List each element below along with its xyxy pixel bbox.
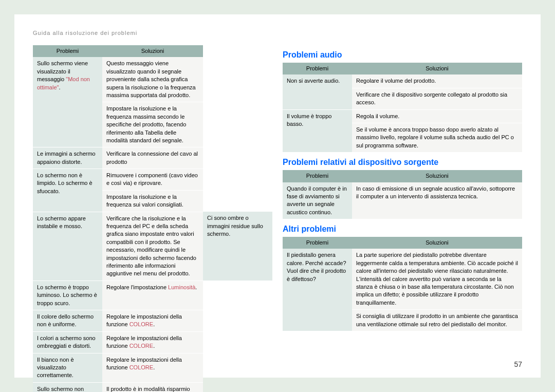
other-problems-table: Problemi Soluzioni Il piedistallo genera… <box>283 237 522 331</box>
solution-cell: Rimuovere i componenti (cavo video e cos… <box>102 169 203 191</box>
problem-cell: Lo schermo non è limpido. Lo schermo è s… <box>33 169 102 212</box>
solution-cell: Impostare la risoluzione e la frequenza … <box>102 102 203 147</box>
solution-cell: Il prodotto è in modalità risparmio ener… <box>102 382 203 392</box>
section-title-audio: Problemi audio <box>283 50 522 60</box>
table-row: Le immagini a schermo appaiono distorte.… <box>33 147 272 169</box>
col-header-problems: Problemi <box>33 45 102 57</box>
solution-cell: Verificare la connessione del cavo al pr… <box>102 147 203 169</box>
table-row: Non si avverte audio.Regolare il volume … <box>283 74 522 88</box>
solution-cell: Verificare che la risoluzione e la frequ… <box>102 212 203 281</box>
table-row: Il colore dello schermo non è uniforme.R… <box>33 310 272 331</box>
table-row: I colori a schermo sono ombreggiati e di… <box>33 331 272 353</box>
solution-cell: Verificare che il dispositivo sorgente c… <box>352 88 522 109</box>
section-title-source: Problemi relativi al dispositivo sorgent… <box>283 158 522 167</box>
col-header-problems: Problemi <box>283 170 352 182</box>
page: Guida alla risoluzione dei problemi Prob… <box>14 14 541 378</box>
problem-cell: I colori a schermo sono ombreggiati e di… <box>33 331 102 353</box>
solution-cell: In caso di emissione di un segnale acust… <box>352 182 522 219</box>
problem-cell: Sullo schermo non appaiono immagini e il… <box>33 382 102 392</box>
table-row: Sullo schermo viene visualizzato il mess… <box>33 57 272 102</box>
table-row: Sullo schermo non appaiono immagini e il… <box>33 382 272 392</box>
content-columns: Problemi Soluzioni Sullo schermo viene v… <box>33 45 522 392</box>
left-column: Problemi Soluzioni Sullo schermo viene v… <box>33 45 272 392</box>
right-column: Problemi audio Problemi Soluzioni Non si… <box>283 45 522 392</box>
col-header-solutions: Soluzioni <box>102 45 203 57</box>
problem-cell: Il piedistallo genera calore. Perché acc… <box>283 249 352 331</box>
problem-cell: Ci sono ombre o immagini residue sullo s… <box>203 212 272 281</box>
problem-cell: Le immagini a schermo appaiono distorte. <box>33 147 102 169</box>
col-header-problems: Problemi <box>283 237 352 249</box>
col-header-solutions: Soluzioni <box>352 63 522 74</box>
problem-cell: Non si avverte audio. <box>283 74 352 109</box>
audio-problems-table: Problemi Soluzioni Non si avverte audio.… <box>283 63 522 153</box>
screen-problems-table: Problemi Soluzioni Sullo schermo viene v… <box>33 45 272 392</box>
solution-cell: La parte superiore del piedistallo potre… <box>352 249 522 309</box>
problem-cell: Il bianco non è visualizzato correttamen… <box>33 353 102 382</box>
solution-cell: Regolare il volume del prodotto. <box>352 74 522 88</box>
col-header-solutions: Soluzioni <box>352 237 522 249</box>
solution-cell: Regolare l'impostazione Luminosità. <box>102 281 203 310</box>
problem-cell: Sullo schermo viene visualizzato il mess… <box>33 57 102 147</box>
problem-cell: Il volume è troppo basso. <box>283 109 352 153</box>
col-header-solutions: Soluzioni <box>352 170 522 182</box>
table-row: Lo schermo è troppo luminoso. Lo schermo… <box>33 281 272 310</box>
source-problems-table: Problemi Soluzioni Quando il computer è … <box>283 170 522 219</box>
page-number: 57 <box>514 360 522 368</box>
solution-cell: Regolare le impostazioni della funzione … <box>102 353 203 382</box>
table-row: Il volume è troppo basso.Regola il volum… <box>283 109 522 123</box>
solution-cell: Se il volume è ancora troppo basso dopo … <box>352 123 522 152</box>
solution-cell: Regolare le impostazioni della funzione … <box>102 310 203 331</box>
table-row: Il piedistallo genera calore. Perché acc… <box>283 249 522 309</box>
section-title-other: Altri problemi <box>283 225 522 234</box>
problem-cell: Lo schermo appare instabile e mosso. <box>33 212 102 281</box>
problem-cell: Lo schermo è troppo luminoso. Lo schermo… <box>33 281 102 310</box>
solution-cell: Questo messaggio viene visualizzato quan… <box>102 57 203 102</box>
breadcrumb: Guida alla risoluzione dei problemi <box>33 30 522 36</box>
solution-cell: Regolare le impostazioni della funzione … <box>102 331 203 353</box>
solution-cell: Regola il volume. <box>352 109 522 123</box>
table-row: Il bianco non è visualizzato correttamen… <box>33 353 272 382</box>
table-row: Lo schermo non è limpido. Lo schermo è s… <box>33 169 272 191</box>
problem-cell: Quando il computer è in fase di avviamen… <box>283 182 352 219</box>
problem-cell: Il colore dello schermo non è uniforme. <box>33 310 102 331</box>
solution-cell: Si consiglia di utilizzare il prodotto i… <box>352 310 522 331</box>
col-header-problems: Problemi <box>283 63 352 74</box>
table-row: Quando il computer è in fase di avviamen… <box>283 182 522 219</box>
solution-cell: Impostare la risoluzione e la frequenza … <box>102 190 203 212</box>
